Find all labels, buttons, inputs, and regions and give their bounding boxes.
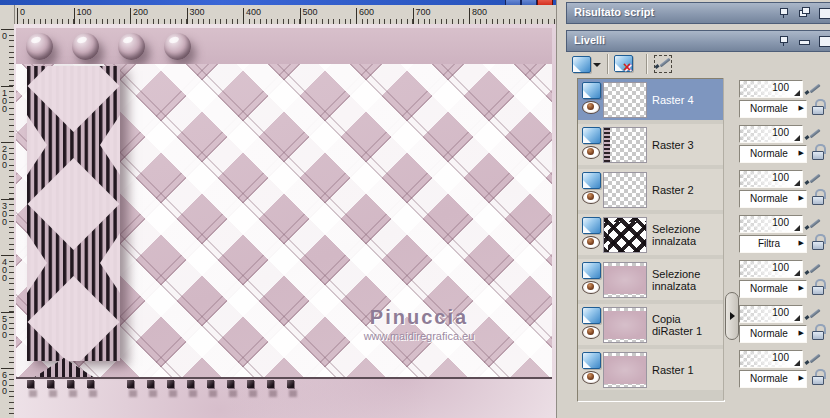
- ruler-label: 300: [2, 202, 7, 226]
- lock-transparency-icon[interactable]: [811, 99, 826, 115]
- script-result-panel-header[interactable]: Risultato script: [566, 2, 830, 24]
- float-icon[interactable]: [798, 7, 810, 19]
- artwork-tack: [287, 380, 294, 388]
- opacity-slider-handle[interactable]: [794, 315, 800, 321]
- dropdown-arrow-icon[interactable]: [593, 63, 601, 67]
- blend-mode-dropdown[interactable]: Normale▶: [739, 190, 807, 208]
- close-icon[interactable]: [819, 7, 830, 19]
- pin-icon[interactable]: [778, 7, 790, 19]
- blend-mode-dropdown[interactable]: Normale▶: [739, 325, 807, 343]
- new-layer-button[interactable]: [570, 53, 602, 76]
- layers-panel-header[interactable]: Livelli: [566, 30, 830, 52]
- lock-transparency-icon[interactable]: [811, 189, 826, 205]
- opacity-slider[interactable]: 100: [739, 125, 803, 143]
- ruler-label: 700: [416, 7, 431, 17]
- dropdown-arrow-icon[interactable]: ▶: [799, 149, 804, 157]
- layer-row-raster-3[interactable]: Raster 3: [578, 124, 724, 165]
- lock-transparency-icon[interactable]: [811, 144, 826, 160]
- eye-visibility-icon[interactable]: [582, 191, 600, 204]
- edit-selection-button[interactable]: [651, 53, 683, 76]
- blend-mode-value: Normale: [740, 281, 806, 296]
- dropdown-arrow-icon[interactable]: ▶: [799, 284, 804, 292]
- close-icon[interactable]: [819, 35, 830, 47]
- splitter-handle[interactable]: [725, 292, 739, 340]
- blend-mode-dropdown[interactable]: Normale▶: [739, 280, 807, 298]
- lock-transparency-icon[interactable]: [811, 279, 826, 295]
- artwork-orb: [26, 33, 53, 60]
- ruler-label: 0: [20, 7, 25, 17]
- dropdown-arrow-icon[interactable]: ▶: [799, 104, 804, 112]
- artwork-striped-column: [27, 66, 120, 361]
- brush-link-icon[interactable]: [804, 216, 826, 232]
- opacity-slider[interactable]: 100: [739, 350, 803, 368]
- opacity-slider-handle[interactable]: [794, 90, 800, 96]
- ruler-label: 100: [2, 89, 7, 113]
- eye-visibility-icon[interactable]: [582, 371, 600, 384]
- blend-mode-dropdown[interactable]: Normale▶: [739, 100, 807, 118]
- opacity-slider-handle[interactable]: [794, 270, 800, 276]
- canvas-viewport[interactable]: Pinuccia www.maidiregrafica.eu: [14, 24, 557, 418]
- layer-name: Raster 1: [652, 349, 694, 390]
- ruler-major-tick: [1, 86, 13, 87]
- collapse-icon[interactable]: [798, 35, 810, 47]
- ruler-label: 600: [2, 371, 7, 395]
- opacity-slider-handle[interactable]: [794, 225, 800, 231]
- ruler-label: 200: [133, 7, 148, 17]
- eye-visibility-icon[interactable]: [582, 236, 600, 249]
- brush-link-icon[interactable]: [804, 351, 826, 367]
- layer-page-icon: [582, 82, 601, 99]
- layer-page-icon: [582, 217, 601, 234]
- ruler-label: 300: [190, 7, 205, 17]
- new-layer-icon: [572, 56, 591, 73]
- layer-page-icon: [582, 307, 601, 324]
- blend-mode-dropdown[interactable]: Filtra▶: [739, 235, 807, 253]
- ruler-label: 500: [2, 315, 7, 339]
- layer-thumbnail: [603, 352, 647, 388]
- delete-layer-button[interactable]: ×: [612, 53, 644, 76]
- opacity-slider[interactable]: 100: [739, 215, 803, 233]
- brush-link-icon[interactable]: [804, 261, 826, 277]
- dropdown-arrow-icon[interactable]: ▶: [799, 329, 804, 337]
- brush-link-icon[interactable]: [804, 81, 826, 97]
- watermark-title: Pinuccia: [314, 306, 524, 329]
- eye-visibility-icon[interactable]: [582, 101, 600, 114]
- toolbar-divider: [646, 54, 648, 74]
- layer-page-icon: [582, 262, 601, 279]
- blend-mode-dropdown[interactable]: Normale▶: [739, 370, 807, 388]
- layer-row-selezione-innalzata[interactable]: Selezione innalzata: [578, 259, 724, 300]
- ruler-label: 500: [303, 7, 318, 17]
- brush-link-icon[interactable]: [804, 306, 826, 322]
- opacity-slider-handle[interactable]: [794, 135, 800, 141]
- opacity-slider-handle[interactable]: [794, 180, 800, 186]
- layer-row-raster-1[interactable]: Raster 1: [578, 349, 724, 390]
- eye-visibility-icon[interactable]: [582, 281, 600, 294]
- eye-visibility-icon[interactable]: [582, 146, 600, 159]
- layer-row-raster-4[interactable]: Raster 4: [578, 79, 724, 120]
- dropdown-arrow-icon[interactable]: ▶: [799, 374, 804, 382]
- layer-row-selezione-innalzata[interactable]: Selezione innalzata: [578, 214, 724, 255]
- pin-icon[interactable]: [778, 35, 790, 47]
- lock-transparency-icon[interactable]: [811, 369, 826, 385]
- opacity-slider[interactable]: 100: [739, 305, 803, 323]
- ruler-label: 0: [2, 32, 7, 40]
- opacity-slider[interactable]: 100: [739, 170, 803, 188]
- eye-visibility-icon[interactable]: [582, 326, 600, 339]
- artwork-tack: [267, 380, 274, 388]
- blend-mode-value: Normale: [740, 101, 806, 116]
- layer-list: Raster 4Raster 3Raster 2Selezione innalz…: [577, 78, 725, 402]
- layer-row-raster-2[interactable]: Raster 2: [578, 169, 724, 210]
- opacity-slider[interactable]: 100: [739, 260, 803, 278]
- dropdown-arrow-icon[interactable]: ▶: [799, 239, 804, 247]
- ruler-major-tick: [356, 8, 357, 24]
- lock-transparency-icon[interactable]: [811, 234, 826, 250]
- dropdown-arrow-icon[interactable]: ▶: [799, 194, 804, 202]
- opacity-slider[interactable]: 100: [739, 80, 803, 98]
- brush-link-icon[interactable]: [804, 126, 826, 142]
- opacity-slider-handle[interactable]: [794, 360, 800, 366]
- layer-row-copia-diraster-1[interactable]: Copia diRaster 1: [578, 304, 724, 345]
- brush-link-icon[interactable]: [804, 171, 826, 187]
- blend-mode-dropdown[interactable]: Normale▶: [739, 145, 807, 163]
- artwork-baseline: [16, 377, 552, 379]
- horizontal-ruler: 0100200300400500600700800: [0, 5, 556, 25]
- lock-transparency-icon[interactable]: [811, 324, 826, 340]
